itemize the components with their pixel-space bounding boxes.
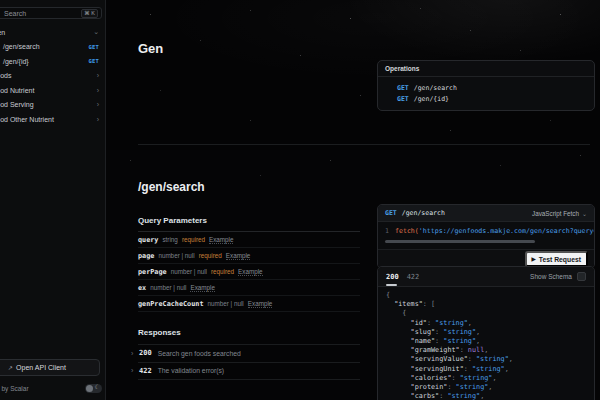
example-link[interactable]: Example bbox=[248, 300, 273, 308]
json-line: "calories": "string", bbox=[386, 374, 594, 383]
get-method-label: GET bbox=[397, 84, 409, 92]
example-link[interactable]: Example bbox=[226, 252, 251, 260]
sidebar-item-food-nutrient[interactable]: Food Nutrient › bbox=[0, 83, 105, 98]
operation-path: /gen/{id} bbox=[414, 95, 449, 103]
page-title: Gen bbox=[138, 41, 163, 56]
json-line: { bbox=[386, 309, 594, 318]
chevron-right-icon: › bbox=[131, 367, 133, 374]
json-line: "items": [ bbox=[386, 300, 594, 309]
tab-422[interactable]: 422 bbox=[407, 273, 420, 281]
chevron-right-icon: › bbox=[131, 350, 133, 357]
json-line: { bbox=[386, 291, 594, 300]
tab-200[interactable]: 200 bbox=[386, 273, 399, 281]
json-line: "carbs": "string", bbox=[386, 392, 594, 400]
chevron-right-icon: › bbox=[97, 116, 99, 123]
param-row-perpage: perPage number | null required Example bbox=[138, 264, 360, 280]
query-parameters-heading: Query Parameters bbox=[138, 216, 360, 232]
response-card-header: 200 422 Show Schema bbox=[378, 267, 594, 287]
param-row-genprecachecount: genPreCacheCount number | null Example bbox=[138, 296, 360, 312]
response-row-422[interactable]: › 422 The validation error(s) bbox=[138, 363, 360, 381]
required-badge: required bbox=[211, 268, 234, 275]
sidebar-item-food-serving[interactable]: Food Serving › bbox=[0, 98, 105, 113]
line-number: 1 bbox=[385, 227, 389, 235]
get-method-label: GET bbox=[397, 95, 409, 103]
response-json-body: { "items": [ { "id": "string", "slug": "… bbox=[378, 287, 594, 400]
response-body-card: 200 422 Show Schema { "items": [ { "id":… bbox=[377, 266, 595, 400]
json-line: "servingUnit": "string", bbox=[386, 365, 594, 374]
open-api-client-label: Open API Client bbox=[16, 364, 66, 371]
external-link-icon: ↗ bbox=[8, 364, 13, 371]
show-schema-label: Show Schema bbox=[530, 273, 572, 280]
example-link[interactable]: Example bbox=[190, 284, 215, 292]
request-path: /gen/search bbox=[402, 209, 532, 217]
param-row-ex: ex number | null Example bbox=[138, 280, 360, 296]
get-method-badge: GET bbox=[88, 44, 99, 50]
chevron-right-icon: › bbox=[97, 87, 99, 94]
example-link[interactable]: Example bbox=[209, 236, 234, 244]
code-example-area: 1fetch('https://genfoods.makje.com/gen/s… bbox=[378, 222, 594, 249]
dark-mode-toggle[interactable]: ☾ bbox=[85, 384, 102, 393]
horizontal-scrollbar[interactable] bbox=[385, 240, 535, 243]
test-request-button[interactable]: ▶ Test Request bbox=[525, 251, 588, 267]
search-placeholder: Search bbox=[4, 10, 81, 17]
get-method-badge: GET bbox=[88, 58, 99, 64]
section-divider bbox=[138, 144, 590, 145]
json-line: "servingValue": "string", bbox=[386, 355, 594, 364]
play-icon: ▶ bbox=[532, 256, 536, 262]
json-line: "protein": "string", bbox=[386, 383, 594, 392]
sidebar-item-foods[interactable]: Foods › bbox=[0, 69, 105, 84]
request-example-card: GET /gen/search JavaScript Fetch ⌄ 1fetc… bbox=[377, 204, 595, 269]
operation-link-gen-search[interactable]: GET /gen/search bbox=[378, 82, 594, 93]
api-docs-app: Search ⌘ K Gen ⌄ /gen/search GET /gen/{i… bbox=[0, 0, 600, 400]
responses-list: › 200 Search gen foods searched › 422 Th… bbox=[138, 344, 360, 380]
search-input[interactable]: Search ⌘ K bbox=[0, 7, 102, 19]
responses-heading: Responses bbox=[138, 328, 360, 344]
toggle-knob bbox=[86, 385, 93, 392]
chevron-down-icon: ⌄ bbox=[582, 210, 587, 217]
language-selector[interactable]: JavaScript Fetch ⌄ bbox=[532, 210, 587, 217]
operations-card-title: Operations bbox=[378, 61, 594, 77]
chevron-right-icon: › bbox=[97, 72, 99, 79]
required-badge: required bbox=[199, 252, 222, 259]
chevron-right-icon: › bbox=[97, 101, 99, 108]
keyboard-shortcut-badge: ⌘ K bbox=[81, 9, 98, 18]
sidebar-item-gen[interactable]: Gen ⌄ bbox=[0, 25, 105, 40]
powered-by-scalar: Powered by Scalar bbox=[0, 385, 29, 392]
endpoint-docs: /gen/search Query Parameters query strin… bbox=[138, 180, 360, 380]
response-row-200[interactable]: › 200 Search gen foods searched bbox=[138, 345, 360, 363]
sidebar-item-gen-id[interactable]: /gen/{id} GET bbox=[0, 54, 105, 69]
operation-link-gen-id[interactable]: GET /gen/{id} bbox=[378, 93, 594, 104]
param-row-query: query string required Example bbox=[138, 232, 360, 248]
operation-path: /gen/search bbox=[414, 84, 457, 92]
sidebar-item-food-other-nutrient[interactable]: Food Other Nutrient › bbox=[0, 112, 105, 127]
sidebar-item-gen-search[interactable]: /gen/search GET bbox=[0, 40, 105, 55]
json-line: "gramWeight": null, bbox=[386, 346, 594, 355]
starfield-decoration bbox=[106, 0, 107, 1]
sidebar: Search ⌘ K Gen ⌄ /gen/search GET /gen/{i… bbox=[0, 0, 106, 400]
endpoint-title: /gen/search bbox=[138, 180, 360, 194]
operations-card: Operations GET /gen/search GET /gen/{id} bbox=[377, 60, 595, 111]
request-card-header: GET /gen/search JavaScript Fetch ⌄ bbox=[378, 205, 594, 222]
required-badge: required bbox=[182, 236, 205, 243]
sidebar-nav: Gen ⌄ /gen/search GET /gen/{id} GET Food… bbox=[0, 25, 105, 127]
main-content: Gen Operations GET /gen/search GET /gen/… bbox=[106, 0, 600, 400]
json-line: "name": "string", bbox=[386, 337, 594, 346]
json-line: "slug": "string", bbox=[386, 328, 594, 337]
param-row-page: page number | null required Example bbox=[138, 248, 360, 264]
moon-icon: ☾ bbox=[95, 383, 100, 390]
code-line: 1fetch('https://genfoods.makje.com/gen/s… bbox=[385, 227, 594, 235]
example-link[interactable]: Example bbox=[238, 268, 263, 276]
show-schema-toggle[interactable] bbox=[577, 272, 586, 281]
get-method-label: GET bbox=[385, 209, 397, 217]
json-line: "id": "string", bbox=[386, 319, 594, 328]
open-api-client-button[interactable]: ↗ Open API Client bbox=[0, 359, 100, 376]
operations-list: GET /gen/search GET /gen/{id} bbox=[378, 77, 594, 110]
chevron-down-icon: ⌄ bbox=[93, 28, 99, 36]
